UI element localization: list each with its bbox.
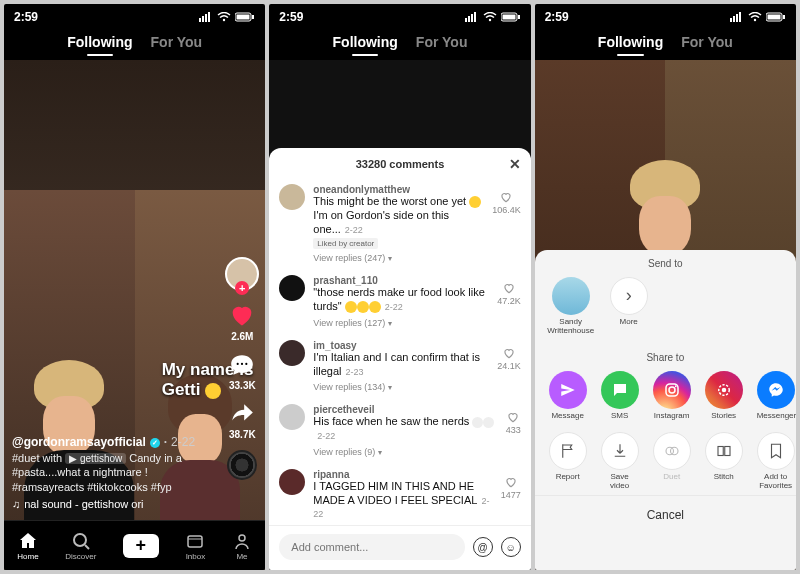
fav-icon [757,432,795,470]
phone-feed: 2:59 Following For You My name is Getti [4,4,265,570]
send-more[interactable]: › More [607,277,651,327]
comment-avatar[interactable] [279,340,305,366]
comment-date: 2-22 [313,496,489,520]
share-label: Message [551,412,583,421]
nav-discover[interactable]: Discover [65,531,96,561]
sound-row[interactable]: ♫ nal sound - gettishow ori [12,497,205,512]
comment-avatar[interactable] [279,184,305,210]
svg-rect-22 [518,15,520,19]
share-instagram[interactable]: Instagram [653,371,691,421]
comments-list[interactable]: oneandonlymatthew This might be the wors… [269,178,530,525]
nav-inbox[interactable]: Inbox [185,531,205,561]
clock: 2:59 [545,10,569,24]
comment-like-button[interactable]: 106.4K [492,184,521,263]
username[interactable]: @gordonramsayofficial [12,434,146,450]
tab-following[interactable]: Following [598,34,663,50]
share-button[interactable]: 38.7K [229,401,256,440]
phone-share: 2:59 Following For You Send to Sandy Wri… [535,4,796,570]
view-replies[interactable]: View replies (134) ▾ [313,382,489,392]
action-fav[interactable]: Add to Favorites [757,432,795,491]
svg-rect-6 [237,15,250,20]
svg-point-11 [74,534,86,546]
share-sms[interactable]: SMS [601,371,639,421]
tab-following[interactable]: Following [333,34,398,50]
send-contact[interactable]: Sandy Writtenhouse [549,277,593,336]
battery-icon [766,12,786,22]
comment-username[interactable]: prashant_110 [313,275,489,286]
save-icon [601,432,639,470]
action-report[interactable]: Report [549,432,587,482]
share-count: 38.7K [229,429,256,440]
comment-username[interactable]: oneandonlymatthew [313,184,484,195]
nav-create[interactable]: + [123,534,159,558]
close-icon[interactable]: ✕ [509,156,521,172]
signal-icon [465,12,479,22]
tab-following[interactable]: Following [67,34,132,50]
sound-disc[interactable] [227,450,257,480]
comment-input[interactable] [279,534,464,560]
view-replies[interactable]: View replies (247) ▾ [313,253,484,263]
share-message[interactable]: Message [549,371,587,421]
stitch-icon [705,432,743,470]
nav-me[interactable]: Me [232,531,252,561]
view-replies[interactable]: View replies (9) ▾ [313,447,497,457]
comment-like-button[interactable]: 24.1K [497,340,521,393]
cancel-button[interactable]: Cancel [535,495,796,536]
svg-rect-15 [465,18,467,22]
battery-icon [235,12,255,22]
svg-rect-21 [502,15,515,20]
comment-row: prashant_110 "those nerds make ur food l… [279,269,520,334]
clock: 2:59 [14,10,38,24]
comment-username[interactable]: im_toasy [313,340,489,351]
svg-point-19 [488,19,490,21]
author-avatar[interactable] [225,257,259,291]
comment-row: oneandonlymatthew This might be the wors… [279,178,520,269]
like-button[interactable]: 2.6M [228,301,256,342]
share-label: Instagram [654,412,690,421]
duet-left [4,190,135,570]
svg-point-9 [241,363,243,365]
comment-avatar[interactable] [279,469,305,495]
comments-button[interactable]: 33.3K [229,352,256,391]
comment-username[interactable]: piercetheveil [313,404,497,415]
comment-avatar[interactable] [279,404,305,430]
comment-like-button[interactable]: 433 [506,404,521,457]
video-feed[interactable]: My name is Getti 2.6M 33.3K 38.7K [4,60,265,570]
view-replies[interactable]: View replies (127) ▾ [313,318,489,328]
share-stories[interactable]: Stories [705,371,743,421]
comment-composer: @ ☺ [269,525,530,570]
comment-text: This might be the worst one yet I'm on G… [313,195,484,236]
share-messenger[interactable]: Messenger [757,371,796,421]
signal-icon [199,12,213,22]
feed-tabs: Following For You [269,26,530,60]
tab-foryou[interactable]: For You [681,34,733,50]
comment-text: "those nerds make ur food look like turd… [313,286,489,314]
duet-chip[interactable]: ▶ gettishow [65,453,126,464]
comment-username[interactable]: ripanna [313,469,492,480]
comment-avatar[interactable] [279,275,305,301]
comment-row: im_toasy I'm Italian and I can confirm t… [279,334,520,399]
wifi-icon [217,12,231,22]
action-label: Report [556,473,580,482]
comment-like-button[interactable]: 1477 [501,469,521,521]
comment-date: 2-23 [345,367,363,377]
action-stitch[interactable]: Stitch [705,432,743,482]
video-meta: @gordonramsayofficial ✓ · 2-22 #duet wit… [12,434,205,512]
tab-foryou[interactable]: For You [151,34,203,50]
mention-icon[interactable]: @ [473,537,493,557]
signal-icon [730,12,744,22]
sound-name: nal sound - gettishow ori [24,497,143,512]
comment-like-button[interactable]: 47.2K [497,275,521,328]
nav-home[interactable]: Home [17,531,38,561]
action-duet: Duet [653,432,691,482]
comments-header: 33280 comments ✕ [269,148,530,178]
action-save[interactable]: Save video [601,432,639,491]
svg-rect-24 [733,16,735,22]
svg-rect-0 [199,18,201,22]
emoji-picker-icon[interactable]: ☺ [501,537,521,557]
tab-foryou[interactable]: For You [416,34,468,50]
comment-text: I'm Italian and I can confirm that is il… [313,351,489,379]
sms-icon [601,371,639,409]
svg-rect-39 [724,447,729,456]
svg-rect-13 [188,536,202,547]
